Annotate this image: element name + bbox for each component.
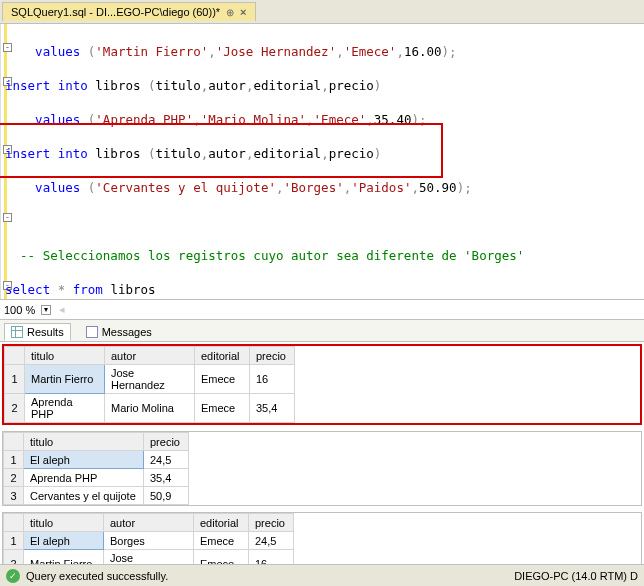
cell[interactable]: Emece bbox=[195, 394, 250, 423]
corner-cell[interactable] bbox=[4, 433, 24, 451]
col-header[interactable]: precio bbox=[249, 514, 294, 532]
col-header[interactable]: autor bbox=[104, 514, 194, 532]
cell[interactable]: El aleph bbox=[24, 451, 144, 469]
cell[interactable]: Jose Hernandez bbox=[104, 550, 194, 565]
col-header[interactable]: autor bbox=[105, 347, 195, 365]
cell[interactable]: El aleph bbox=[24, 532, 104, 550]
cell[interactable]: Martin Fierro bbox=[25, 365, 105, 394]
table-row[interactable]: 1 El aleph Borges Emece 24,5 bbox=[4, 532, 294, 550]
cell[interactable]: 50,9 bbox=[144, 487, 189, 505]
results-pane[interactable]: titulo autor editorial precio 1 Martin F… bbox=[0, 342, 644, 564]
col-header[interactable]: precio bbox=[144, 433, 189, 451]
col-header[interactable]: editorial bbox=[195, 347, 250, 365]
status-server: DIEGO-PC (14.0 RTM) D bbox=[514, 570, 638, 582]
row-num[interactable]: 1 bbox=[4, 451, 24, 469]
cell[interactable]: Mario Molina bbox=[105, 394, 195, 423]
row-num[interactable]: 1 bbox=[4, 532, 24, 550]
messages-icon bbox=[86, 326, 98, 338]
cell[interactable]: Martin Fierro bbox=[24, 550, 104, 565]
tab-results-label: Results bbox=[27, 326, 64, 338]
col-header[interactable]: titulo bbox=[24, 433, 144, 451]
drag-handle-icon[interactable]: ◂ bbox=[59, 303, 65, 316]
table-row[interactable]: 2 Aprenda PHP 35,4 bbox=[4, 469, 189, 487]
cell[interactable]: Jose Hernandez bbox=[105, 365, 195, 394]
cell[interactable]: Aprenda PHP bbox=[24, 469, 144, 487]
close-icon[interactable]: × bbox=[240, 6, 246, 18]
success-icon: ✓ bbox=[6, 569, 20, 583]
status-message: Query executed successfully. bbox=[26, 570, 168, 582]
cell[interactable]: 24,5 bbox=[249, 532, 294, 550]
row-num[interactable]: 2 bbox=[4, 469, 24, 487]
tab-messages[interactable]: Messages bbox=[79, 323, 159, 341]
cell[interactable]: 24,5 bbox=[144, 451, 189, 469]
tab-title: SQLQuery1.sql - DI...EGO-PC\diego (60))* bbox=[11, 6, 220, 18]
col-header[interactable]: titulo bbox=[24, 514, 104, 532]
code-area[interactable]: values ('Martin Fierro','Jose Hernandez'… bbox=[1, 24, 644, 299]
cell[interactable]: Borges bbox=[104, 532, 194, 550]
cell[interactable]: Aprenda PHP bbox=[25, 394, 105, 423]
status-bar: ✓ Query executed successfully. DIEGO-PC … bbox=[0, 564, 644, 586]
cell[interactable]: Emece bbox=[195, 365, 250, 394]
tab-results[interactable]: Results bbox=[4, 323, 71, 341]
grid-icon bbox=[11, 326, 23, 338]
editor: - - - - - values ('Martin Fierro','Jose … bbox=[0, 24, 644, 300]
zoom-dropdown-icon[interactable]: ▾ bbox=[41, 305, 51, 315]
results-tab-bar: Results Messages bbox=[0, 320, 644, 342]
tab-messages-label: Messages bbox=[102, 326, 152, 338]
row-num[interactable]: 2 bbox=[4, 550, 24, 565]
cell[interactable]: 16 bbox=[249, 550, 294, 565]
col-header[interactable]: precio bbox=[250, 347, 295, 365]
corner-cell[interactable] bbox=[5, 347, 25, 365]
row-num[interactable]: 1 bbox=[5, 365, 25, 394]
zoom-bar: 100 % ▾ ◂ bbox=[0, 300, 644, 320]
table-row[interactable]: 1 Martin Fierro Jose Hernandez Emece 16 bbox=[5, 365, 295, 394]
pin-icon[interactable]: ⊕ bbox=[226, 7, 234, 18]
row-num[interactable]: 2 bbox=[5, 394, 25, 423]
result-grid-3: titulo autor editorial precio 1 El aleph… bbox=[2, 512, 642, 564]
cell[interactable]: Cervantes y el quijote bbox=[24, 487, 144, 505]
col-header[interactable]: editorial bbox=[194, 514, 249, 532]
cell[interactable]: Emece bbox=[194, 550, 249, 565]
tab-bar: SQLQuery1.sql - DI...EGO-PC\diego (60))*… bbox=[0, 0, 644, 24]
cell[interactable]: 35,4 bbox=[144, 469, 189, 487]
cell[interactable]: Emece bbox=[194, 532, 249, 550]
col-header[interactable]: titulo bbox=[25, 347, 105, 365]
result-grid-1: titulo autor editorial precio 1 Martin F… bbox=[2, 344, 642, 425]
table-row[interactable]: 1 El aleph 24,5 bbox=[4, 451, 189, 469]
table-row[interactable]: 2 Aprenda PHP Mario Molina Emece 35,4 bbox=[5, 394, 295, 423]
zoom-level[interactable]: 100 % bbox=[4, 304, 35, 316]
table-row[interactable]: 2 Martin Fierro Jose Hernandez Emece 16 bbox=[4, 550, 294, 565]
cell[interactable]: 16 bbox=[250, 365, 295, 394]
cell[interactable]: 35,4 bbox=[250, 394, 295, 423]
table-row[interactable]: 3 Cervantes y el quijote 50,9 bbox=[4, 487, 189, 505]
file-tab[interactable]: SQLQuery1.sql - DI...EGO-PC\diego (60))*… bbox=[2, 2, 256, 21]
corner-cell[interactable] bbox=[4, 514, 24, 532]
result-grid-2: titulo precio 1 El aleph 24,5 2 Aprenda … bbox=[2, 431, 642, 506]
row-num[interactable]: 3 bbox=[4, 487, 24, 505]
